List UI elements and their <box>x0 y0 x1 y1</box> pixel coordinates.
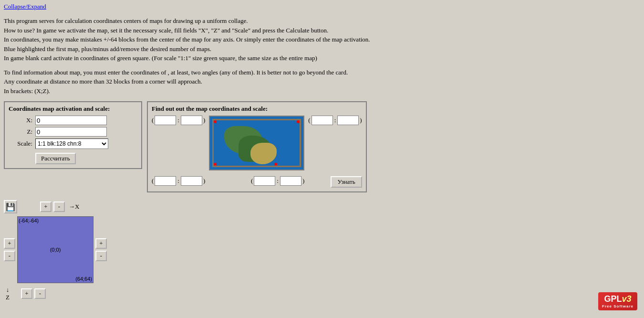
map-coord-br: (64;64) <box>75 276 92 282</box>
z-row: Z: <box>9 127 137 137</box>
arrow-z-label: Z <box>6 294 10 301</box>
map-placeholder <box>210 117 303 170</box>
bottom-right-open-paren: ( <box>251 177 253 185</box>
desc-line8: In brackets: (X;Z). <box>4 86 640 96</box>
desc-line4: Blue highlighted the first map, plus/min… <box>4 44 640 54</box>
x-row: X: <box>9 116 137 125</box>
minus-right-button[interactable]: - <box>95 251 107 261</box>
arrow-x: →X <box>69 203 79 211</box>
x-label: X: <box>9 117 32 124</box>
collapse-expand-link[interactable]: Collapse/Expand <box>4 3 46 10</box>
map-coord-tl: (-64;-64) <box>19 218 39 223</box>
top-right-colon: : <box>334 117 336 124</box>
desc-line6: To find information about map, you must … <box>4 68 640 77</box>
plus-x-button[interactable]: + <box>40 201 52 212</box>
minus-bottom-button[interactable]: - <box>34 288 46 299</box>
gpl-free-label: Free Software <box>602 304 634 308</box>
desc-line1: This program serves for calculation coor… <box>4 16 640 26</box>
z-input[interactable] <box>35 127 107 137</box>
bottom-left-open-paren: ( <box>152 177 154 185</box>
top-right-open-paren: ( <box>308 117 310 124</box>
top-left-coord-row: ( : ) <box>152 116 205 125</box>
gpl-text: GPLv3 <box>604 294 631 304</box>
bottom-left-close-paren: ) <box>203 177 205 185</box>
bottom-left-coord-row: ( : ) <box>152 176 205 186</box>
arrow-z-down: ↓ <box>6 286 10 294</box>
z-label: Z: <box>9 128 32 136</box>
bottom-right-close-paren: ) <box>302 177 304 185</box>
top-left-z-input[interactable] <box>181 116 202 125</box>
gpl-badge: GPLv3 Free Software <box>598 292 637 310</box>
x-input[interactable] <box>35 116 107 125</box>
top-left-close-paren: ) <box>203 117 205 124</box>
plus-left-button[interactable]: + <box>4 238 15 249</box>
left-panel-title: Coordinates map activation and scale: <box>9 105 137 113</box>
map-border <box>212 119 301 167</box>
top-right-z-input[interactable] <box>337 116 359 125</box>
gpl-logo: GPLv3 Free Software <box>596 289 639 313</box>
bottom-left-x-input[interactable] <box>155 176 176 186</box>
widget-bottom-row: ↓ Z + - <box>4 286 640 301</box>
plus-bottom-button[interactable]: + <box>21 288 32 299</box>
widget-right-btns: + - <box>95 216 107 283</box>
map-coord-center: (0;0) <box>50 247 61 253</box>
bottom-right-colon: : <box>277 177 279 185</box>
bottom-left-z-input[interactable] <box>181 176 202 186</box>
right-panel-inner: ( : ) <box>152 116 362 188</box>
bottom-right-x-input[interactable] <box>254 176 275 186</box>
top-bar: Collapse/Expand <box>0 0 644 12</box>
desc-line7: Any coordinate at distance no more than … <box>4 77 640 86</box>
top-left-colon: : <box>177 117 179 124</box>
map-canvas: (-64;-64) (0;0) (64;64) <box>17 216 93 283</box>
desc-line5: In game blank card activate in coordinat… <box>4 53 640 63</box>
description-area: This program serves for calculation coor… <box>0 12 644 97</box>
know-button[interactable]: Узнать <box>331 176 362 188</box>
widget-main-row: + - (-64;-64) (0;0) (64;64) + - <box>4 216 640 283</box>
panels-row: Coordinates map activation and scale: X:… <box>0 97 644 196</box>
map-widget-area: 💾 + - →X + - (-64;-64) (0;0) (64;64) + -… <box>0 196 644 305</box>
desc-line2: How to use? In game we activate the map,… <box>4 26 640 35</box>
top-left-open-paren: ( <box>152 117 154 124</box>
desc-line3: In coordinates, you may make mistakes +/… <box>4 35 640 44</box>
top-right-x-input[interactable] <box>312 116 333 125</box>
top-right-coord-row: ( : ) <box>308 116 362 125</box>
calculate-button[interactable]: Рассчитать <box>35 153 76 164</box>
top-right-close-paren: ) <box>360 117 362 124</box>
arrow-z: ↓ Z <box>6 286 10 301</box>
scale-label: Scale: <box>9 140 32 148</box>
left-panel: Coordinates map activation and scale: X:… <box>4 101 142 169</box>
scale-row: Scale: 1:1 blk:128 chn:8 1:2 blk:256 chn… <box>9 138 137 149</box>
plus-right-button[interactable]: + <box>95 238 107 249</box>
scale-select[interactable]: 1:1 blk:128 chn:8 1:2 blk:256 chn:16 1:4… <box>35 138 108 149</box>
widget-top-row: 💾 + - →X <box>4 200 640 213</box>
widget-left-btns: + - <box>4 216 15 283</box>
bottom-right-coord-row: ( : ) <box>251 176 304 186</box>
minus-x-button[interactable]: - <box>53 201 65 212</box>
right-panel: Find out out the map coordinates and sca… <box>147 101 367 192</box>
bottom-right-z-input[interactable] <box>280 176 301 186</box>
top-left-x-input[interactable] <box>155 116 176 125</box>
minus-left-button[interactable]: - <box>4 251 15 261</box>
bottom-left-colon: : <box>177 177 179 185</box>
map-canvas-inner: (-64;-64) (0;0) (64;64) <box>18 217 93 283</box>
map-preview-image <box>209 116 304 170</box>
save-button[interactable]: 💾 <box>4 200 17 213</box>
right-panel-title: Find out out the map coordinates and sca… <box>152 105 362 113</box>
